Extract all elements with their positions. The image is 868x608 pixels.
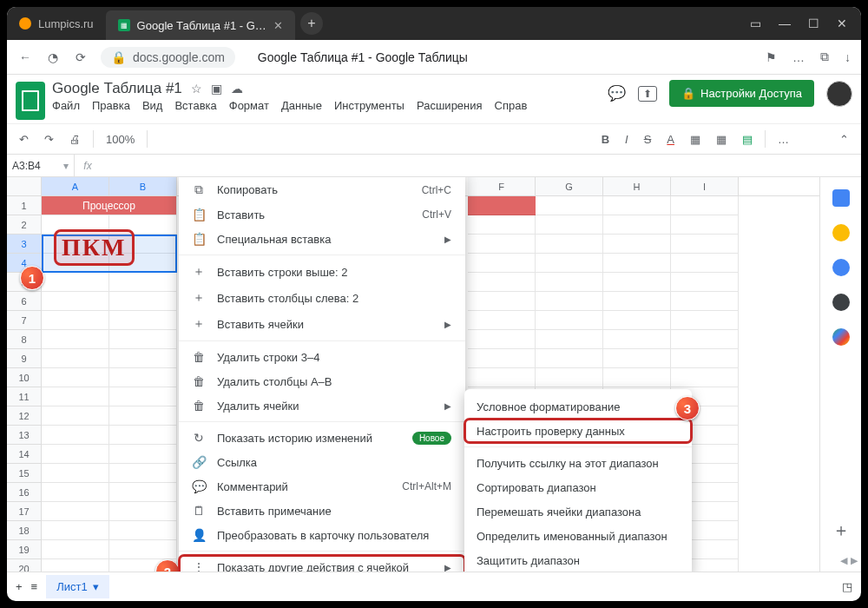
row-header[interactable]: 18 [7,521,42,540]
cell[interactable] [109,330,177,349]
col-header-f[interactable]: F [468,177,536,195]
window-close-button[interactable]: ✕ [837,17,847,30]
cell[interactable] [671,349,739,368]
cell[interactable] [42,521,109,540]
download-icon[interactable]: ↓ [845,50,851,64]
cell[interactable] [536,292,603,311]
name-box[interactable]: A3:B4 ▾ [7,155,75,176]
row-header[interactable]: 16 [7,483,42,502]
cell[interactable] [109,387,177,406]
cell[interactable] [42,559,109,572]
cell[interactable] [671,292,739,311]
cell[interactable] [536,368,603,387]
cell[interactable] [109,521,177,540]
extensions-icon[interactable]: ⧉ [820,50,829,64]
add-addon-icon[interactable]: ＋ [832,519,850,542]
menu-format[interactable]: Формат [229,99,269,112]
cell[interactable] [671,330,739,349]
ctx-delete-cells[interactable]: 🗑Удалить ячейки▶ [179,393,465,418]
sub-named-range[interactable]: Определить именованный диапазон [464,524,692,548]
row-header[interactable]: 14 [7,445,42,464]
row-header[interactable]: 9 [7,349,42,368]
formula-input[interactable] [101,155,861,176]
cell[interactable] [536,215,603,235]
cell[interactable] [536,273,603,292]
cell[interactable] [671,196,739,215]
redo-button[interactable]: ↷ [41,131,57,148]
cell[interactable] [42,502,109,521]
ctx-note[interactable]: 🗒Вставить примечание [179,499,465,523]
row-header[interactable]: 2 [7,215,42,235]
yandex-icon[interactable]: ◔ [45,50,61,64]
sheets-logo-icon[interactable] [16,82,45,120]
cell[interactable] [603,311,671,330]
cell[interactable] [536,311,603,330]
header-cell-f[interactable] [468,196,536,215]
bookmark-icon[interactable]: ⚑ [766,50,777,64]
ctx-insert-cols[interactable]: ＋Вставить столбцы слева: 2 [179,285,465,311]
cell[interactable] [109,273,177,292]
cell[interactable] [109,540,177,559]
cell[interactable] [603,273,671,292]
ctx-copy[interactable]: ⧉КопироватьCtrl+C [179,177,465,202]
row-header[interactable]: 15 [7,464,42,483]
col-header-g[interactable]: G [536,177,603,195]
cell[interactable] [536,254,603,273]
menu-extensions[interactable]: Расширения [417,99,483,112]
cell[interactable] [109,368,177,387]
scroll-arrows[interactable]: ◀▶ [840,555,858,566]
cell[interactable] [42,330,109,349]
cell[interactable] [42,368,109,387]
maps-icon[interactable] [832,328,850,346]
cell[interactable] [671,254,739,273]
toolbar-more-button[interactable]: … [774,131,792,148]
row-header[interactable]: 17 [7,502,42,521]
spreadsheet-grid[interactable]: A B F G H I 1234567891011121314151617181… [7,177,819,572]
print-button[interactable]: 🖨 [66,131,84,148]
cell[interactable] [603,235,671,254]
sub-protect[interactable]: Защитить диапазон [464,548,692,572]
cell[interactable] [468,292,536,311]
borders-button[interactable]: ▦ [713,131,730,148]
browser-tab-sheets[interactable]: ▦ Google Таблица #1 - G… ✕ [106,10,295,40]
account-avatar[interactable] [826,81,852,107]
calendar-icon[interactable] [832,189,850,207]
window-maximize-button[interactable]: ☐ [808,17,819,30]
new-tab-button[interactable]: + [300,12,323,35]
col-header-h[interactable]: H [603,177,671,195]
cell[interactable] [109,426,177,445]
undo-button[interactable]: ↶ [16,131,32,148]
col-header-b[interactable]: B [109,177,177,195]
cell[interactable] [109,483,177,502]
cell[interactable] [42,426,109,445]
cell[interactable] [109,445,177,464]
cell[interactable] [468,273,536,292]
cell[interactable] [42,349,109,368]
comments-button[interactable]: 💬 [608,84,626,102]
cell[interactable] [603,292,671,311]
add-sheet-button[interactable]: + [16,580,23,593]
ctx-paste-special[interactable]: 📋Специальная вставка▶ [179,227,465,251]
explore-button[interactable]: ◳ [842,580,852,593]
row-header[interactable]: 19 [7,540,42,559]
present-button[interactable]: ⬆ [638,86,657,102]
row-header[interactable]: 12 [7,406,42,426]
ctx-link[interactable]: 🔗Ссылка [179,450,465,474]
ctx-delete-cols[interactable]: 🗑Удалить столбцы A–B [179,369,465,393]
cell[interactable] [468,330,536,349]
cell[interactable] [42,483,109,502]
row-header[interactable]: 20 [7,559,42,572]
fill-color-button[interactable]: ▦ [687,131,704,148]
row-header[interactable]: 11 [7,387,42,406]
sub-get-link[interactable]: Получить ссылку на этот диапазон [464,451,692,475]
sub-cond-format[interactable]: Условное форматирование [464,394,692,419]
cell[interactable] [109,292,177,311]
cell[interactable] [42,540,109,559]
bold-button[interactable]: B [598,131,613,148]
back-button[interactable]: ← [17,50,33,64]
cell[interactable] [468,311,536,330]
cell[interactable] [109,406,177,426]
row-header[interactable]: 1 [7,196,42,215]
cell[interactable] [671,311,739,330]
cell[interactable] [671,215,739,235]
